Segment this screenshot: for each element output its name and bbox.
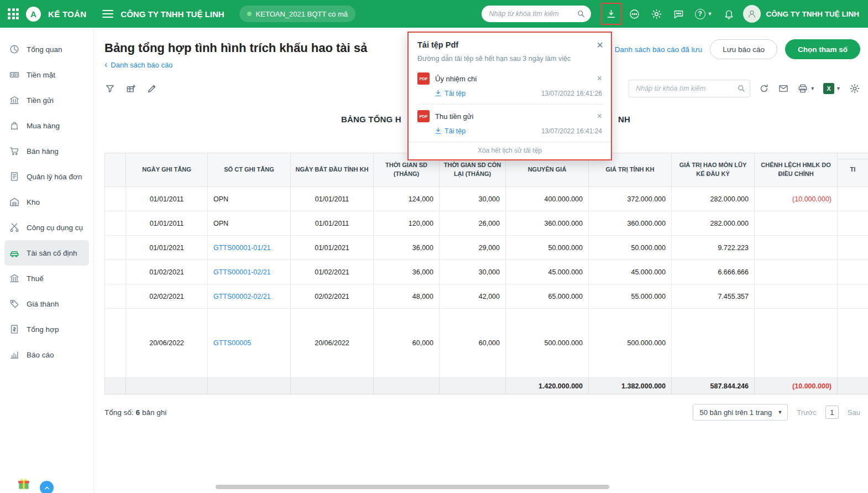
choose-params-button[interactable]: Chọn tham số: [785, 39, 860, 59]
grid-search-input[interactable]: [629, 80, 750, 97]
deposit-icon: [9, 95, 20, 106]
sidebar-item-kho[interactable]: Kho: [4, 189, 89, 215]
search-icon: [736, 84, 746, 93]
close-icon[interactable]: ×: [597, 39, 603, 50]
document-link[interactable]: GTTS00005: [213, 339, 251, 347]
sidebar-item-bao-cao[interactable]: Báo cáo: [4, 342, 89, 367]
annotation-download-highlight: [601, 3, 622, 25]
download-items: PDFỦy nhiệm chi×Tải tệp13/07/2022 16:41:…: [409, 67, 611, 142]
pdf-icon: PDF: [417, 72, 430, 85]
table-row: 01/01/2011OPN01/01/2011124,00030,000400.…: [105, 187, 868, 211]
database-badge[interactable]: KETOAN_2021 BQTT có mã: [239, 6, 355, 22]
sidebar-item-tong-hop[interactable]: Tổng hợp: [4, 316, 89, 342]
synthesis-icon: [9, 324, 20, 335]
table-row: 20/06/2022GTTS0000520/06/202260,00060,00…: [105, 309, 868, 378]
purchase-icon: [9, 120, 20, 131]
user-company-name[interactable]: CÔNG TY TNHH TUỆ LINH: [766, 10, 860, 18]
remove-item-icon[interactable]: ×: [597, 112, 602, 121]
caret-down-icon: ▼: [777, 409, 782, 415]
column-header: CHÊNH LỆCH HMLK DO ĐIỀU CHỈNH: [755, 153, 838, 187]
more-options-icon[interactable]: [629, 8, 640, 20]
grid-search: [629, 80, 750, 97]
next-page-button[interactable]: Sau: [848, 408, 860, 417]
clear-download-history[interactable]: Xóa hết lịch sử tải tệp: [409, 142, 611, 159]
download-item: PDFỦy nhiệm chi×Tải tệp13/07/2022 16:41:…: [416, 67, 603, 105]
sidebar-item-tai-san-co-dinh[interactable]: Tài sản cố định: [4, 240, 89, 266]
report-icon: [9, 349, 20, 360]
table-row: 01/01/2021GTTS00001-01/2101/01/202136,00…: [105, 236, 868, 260]
status-dot-icon: [247, 12, 252, 16]
sidebar: Tổng quanTiền mặtTiền gửiMua hàngBán hàn…: [0, 28, 94, 493]
sidebar-item-quan-ly-hoa-don[interactable]: Quản lý hóa đơn: [4, 164, 89, 189]
filter-icon[interactable]: [104, 83, 116, 94]
sales-icon: [9, 146, 20, 157]
sidebar-item-tien-mat[interactable]: Tiền mặt: [4, 62, 89, 87]
caret-down-icon: ▼: [836, 86, 841, 91]
avatar[interactable]: [743, 5, 761, 23]
add-column-icon[interactable]: [126, 83, 137, 94]
app-logo[interactable]: A: [26, 7, 41, 22]
help-caret-icon[interactable]: ▼: [708, 11, 713, 17]
download-file-icon: [434, 127, 442, 135]
edit-pencil-icon[interactable]: [147, 83, 158, 94]
search-icon: [576, 9, 585, 18]
print-button[interactable]: ▼: [797, 83, 815, 94]
table-row: 02/02/2021GTTS00002-02/2102/02/202148,00…: [105, 284, 868, 309]
menu-icon[interactable]: [102, 10, 113, 18]
app-name: KẾ TOÁN: [48, 9, 86, 19]
help-icon[interactable]: ?: [695, 9, 705, 19]
total-records-unit: bản ghi: [142, 408, 166, 417]
table-row: 01/02/2021GTTS00001-02/2101/02/202136,00…: [105, 260, 868, 284]
column-header: GIÁ TRỊ HAO MÒN LŨY KẾ ĐẦU KỲ: [672, 153, 755, 187]
horizontal-scrollbar-thumb[interactable]: [216, 485, 609, 489]
sidebar-item-ban-hang[interactable]: Bán hàng: [4, 138, 89, 164]
asset-icon: [9, 247, 20, 258]
chevron-left-icon: ‹: [104, 60, 107, 69]
scroll-to-top-button[interactable]: [40, 481, 54, 493]
app-grid-icon[interactable]: [8, 8, 19, 19]
grid-settings-gear-icon[interactable]: [849, 83, 860, 94]
download-timestamp: 13/07/2022 16:41:24: [541, 127, 602, 135]
gift-promo-icon[interactable]: [17, 477, 31, 491]
document-link[interactable]: GTTS00002-02/21: [213, 293, 271, 300]
column-header: SỐ CT GHI TĂNG: [208, 153, 291, 187]
page-size-select[interactable]: 50 bản ghi trên 1 trang ▼: [693, 404, 788, 421]
pdf-icon: PDF: [417, 110, 430, 122]
total-records-count: 6: [136, 408, 140, 417]
chat-icon[interactable]: [673, 8, 684, 20]
excel-icon: X: [823, 83, 834, 94]
report-table: NGÀY GHI TĂNGSỐ CT GHI TĂNGNGÀY BẮT ĐẦU …: [104, 153, 868, 395]
sidebar-item-mua-hang[interactable]: Mua hàng: [4, 113, 89, 138]
column-header: TI: [838, 153, 868, 187]
download-file-link[interactable]: Tải tệp: [445, 127, 466, 135]
download-icon[interactable]: [605, 8, 617, 20]
report-title-left-fragment: BẢNG TỔNG H: [341, 115, 401, 124]
document-link[interactable]: GTTS00001-02/21: [213, 268, 271, 276]
download-file-link[interactable]: Tải tệp: [445, 90, 466, 97]
saved-reports-link[interactable]: Danh sách báo cáo đã lưu: [615, 45, 702, 54]
invoice-icon: [9, 171, 20, 182]
breadcrumb[interactable]: ‹ Danh sách báo cáo: [104, 60, 172, 69]
sidebar-item-thue[interactable]: Thuế: [4, 266, 89, 291]
remove-item-icon[interactable]: ×: [597, 74, 602, 83]
export-excel-button[interactable]: X ▼: [823, 83, 841, 94]
email-icon[interactable]: [778, 83, 789, 94]
sidebar-item-tong-quan[interactable]: Tổng quan: [4, 37, 89, 62]
save-report-button[interactable]: Lưu báo cáo: [710, 39, 777, 59]
sidebar-item-tien-gui[interactable]: Tiền gửi: [4, 87, 89, 113]
topbar-search-input[interactable]: [482, 6, 591, 22]
column-header: [105, 153, 126, 187]
prev-page-button[interactable]: Trước: [797, 408, 817, 417]
download-popup: Tải tệp Pdf × Đường dẫn tải tệp sẽ hết h…: [407, 32, 612, 160]
sidebar-item-cong-cu-dung-cu[interactable]: Công cụ dụng cụ: [4, 215, 89, 240]
sidebar-item-gia-thanh[interactable]: Giá thành: [4, 291, 89, 316]
refresh-icon[interactable]: [759, 83, 770, 94]
popup-subtitle: Đường dẫn tải tệp sẽ hết hạn sau 3 ngày …: [409, 50, 611, 67]
document-link[interactable]: GTTS00001-01/21: [213, 244, 271, 252]
settings-gear-icon[interactable]: [651, 8, 662, 20]
current-page-box[interactable]: 1: [825, 406, 839, 419]
column-header: NGÀY BẮT ĐẦU TÍNH KH: [291, 153, 374, 187]
notifications-bell-icon[interactable]: [723, 8, 735, 20]
report-title-right-fragment: NH: [618, 115, 630, 124]
totals-row: 1.420.000.0001.382.000.000587.844.246(10…: [105, 378, 868, 395]
